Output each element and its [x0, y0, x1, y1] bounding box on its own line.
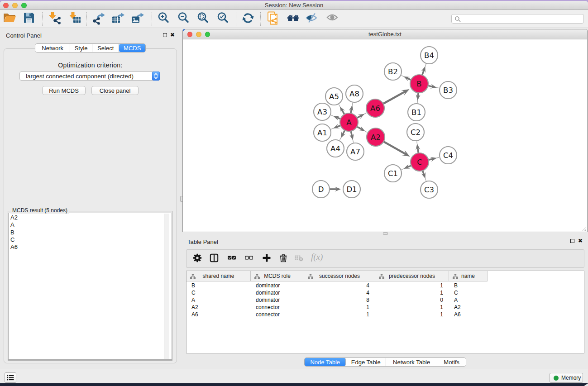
first-neighbors-button[interactable] [287, 11, 300, 27]
column-header-successor-nodes[interactable]: successor nodes [304, 271, 375, 281]
graph-node-C4[interactable]: C4 [440, 147, 457, 164]
apply-preferred-layout-button[interactable] [241, 11, 255, 27]
graph-node-B2[interactable]: B2 [384, 63, 402, 80]
graph-edge-A2-C[interactable] [384, 142, 410, 157]
table-panel-close-button[interactable]: ✖ [578, 239, 583, 243]
graph-edge-C-C2[interactable] [416, 141, 420, 153]
save-session-button[interactable] [22, 11, 36, 27]
run-mcds-button[interactable]: Run MCDS [42, 86, 86, 95]
graph-node-A[interactable]: A [340, 113, 358, 131]
graph-node-D[interactable]: D [312, 181, 330, 198]
delete-table-button[interactable] [295, 253, 303, 264]
graph-edge-C-C1[interactable] [402, 164, 411, 170]
show-all-nodes-edges-button[interactable] [326, 11, 340, 27]
graph-edge-A-A2[interactable] [357, 126, 367, 133]
graph-node-B1[interactable]: B1 [408, 104, 425, 121]
horizontal-split-grip[interactable] [383, 232, 388, 235]
tab-network-table[interactable]: Network Table [386, 358, 437, 366]
show-hide-columns-button[interactable] [210, 253, 219, 264]
network-close-button[interactable] [187, 32, 193, 37]
minimize-window-button[interactable] [12, 3, 18, 8]
control-panel-float-button[interactable] [163, 33, 167, 37]
criterion-dropdown[interactable]: largest connected component (directed) [19, 71, 160, 81]
tab-edge-table[interactable]: Edge Table [346, 358, 386, 366]
close-panel-button[interactable]: Close panel [91, 86, 139, 95]
import-table-from-file-button[interactable] [68, 11, 81, 27]
function-builder-button[interactable]: f(x) [311, 252, 323, 262]
graph-node-A4[interactable]: A4 [327, 140, 344, 157]
graph-edge-B-B4[interactable] [421, 64, 426, 75]
column-header-predecessor-nodes[interactable]: predecessor nodes [375, 271, 449, 281]
network-maximize-button[interactable] [205, 32, 210, 37]
graph-node-C3[interactable]: C3 [421, 181, 438, 198]
graph-node-C[interactable]: C [411, 153, 429, 171]
graph-node-D1[interactable]: D1 [343, 181, 360, 198]
list-scrollbar[interactable] [164, 214, 169, 359]
network-minimize-button[interactable] [196, 32, 201, 37]
tab-node-table[interactable]: Node Table [305, 358, 346, 366]
resize-grip-icon[interactable] [581, 226, 587, 231]
graph-edge-A-A3[interactable] [331, 115, 340, 120]
graph-edge-B-B2[interactable] [402, 76, 411, 81]
create-column-button[interactable] [263, 253, 271, 264]
import-network-from-file-button[interactable] [48, 11, 61, 27]
graph-node-A3[interactable]: A3 [314, 103, 331, 120]
create-network-from-selection-button[interactable] [267, 11, 280, 27]
maximize-window-button[interactable] [21, 3, 27, 8]
table-panel-float-button[interactable] [570, 239, 574, 243]
graph-edge-D-D1[interactable] [330, 187, 341, 192]
column-header-name[interactable]: name [449, 271, 488, 281]
tab-network[interactable]: Network [35, 44, 70, 52]
graph-node-A7[interactable]: A7 [347, 143, 364, 160]
graph-edge-C-C3[interactable] [421, 171, 426, 181]
tab-motifs[interactable]: Motifs [437, 358, 466, 366]
graph-node-A2[interactable]: A2 [367, 128, 385, 146]
zoom-in-button[interactable] [157, 11, 170, 27]
graph-node-A1[interactable]: A1 [314, 124, 331, 141]
graph-node-C1[interactable]: C1 [384, 165, 402, 182]
zoom-out-button[interactable] [177, 11, 190, 27]
tab-style[interactable]: Style [70, 44, 92, 52]
graph-edge-B-B1[interactable] [416, 93, 421, 103]
open-session-button[interactable] [3, 11, 16, 27]
graph-edge-A-A4[interactable] [339, 130, 345, 140]
search-input[interactable] [451, 14, 584, 24]
graph-edge-A-A6[interactable] [357, 113, 367, 119]
mcds-result-list[interactable]: A2ABCA6 [8, 213, 172, 360]
graph-node-B3[interactable]: B3 [440, 81, 457, 99]
graph-node-A6[interactable]: A6 [366, 99, 384, 117]
mcds-result-item[interactable]: A2 [9, 214, 172, 221]
zoom-fit-content-button[interactable] [196, 11, 210, 27]
table-options-button[interactable] [193, 253, 202, 264]
delete-columns-button[interactable] [279, 253, 288, 264]
graph-node-A5[interactable]: A5 [325, 88, 343, 105]
zoom-selected-region-button[interactable] [216, 11, 229, 27]
column-header-shared-name[interactable]: shared name [186, 271, 251, 281]
show-panels-menu-button[interactable] [5, 372, 16, 383]
tab-mcds[interactable]: MCDS [119, 44, 145, 52]
export-table-button[interactable] [111, 11, 125, 27]
mcds-result-item[interactable]: C [9, 236, 172, 243]
memory-button[interactable]: Memory [550, 373, 583, 383]
export-image-button[interactable] [131, 11, 144, 27]
graph-node-A8[interactable]: A8 [346, 85, 363, 102]
graph-edge-C-C4[interactable] [428, 157, 439, 162]
select-all-button[interactable] [228, 253, 236, 264]
graph-node-B4[interactable]: B4 [421, 47, 438, 64]
graph-edge-A-A8[interactable] [349, 103, 354, 113]
mcds-result-item[interactable]: A [9, 221, 172, 229]
mcds-result-item[interactable]: B [9, 229, 172, 236]
graph-edge-A-A5[interactable] [339, 105, 345, 114]
graph-edge-A-A1[interactable] [331, 124, 340, 129]
close-window-button[interactable] [3, 3, 9, 8]
export-network-button[interactable] [92, 11, 105, 27]
hide-selected-button[interactable] [306, 11, 319, 27]
graph-edge-A-A7[interactable] [349, 131, 354, 143]
deselect-all-button[interactable] [245, 253, 253, 264]
graph-edge-B-B3[interactable] [428, 84, 439, 88]
control-panel-close-button[interactable]: ✖ [170, 33, 175, 37]
mcds-result-item[interactable]: A6 [9, 243, 172, 251]
column-header-MCDS-role[interactable]: MCDS role [251, 271, 304, 281]
tab-select[interactable]: Select [92, 44, 120, 52]
graph-node-B[interactable]: B [410, 75, 428, 93]
